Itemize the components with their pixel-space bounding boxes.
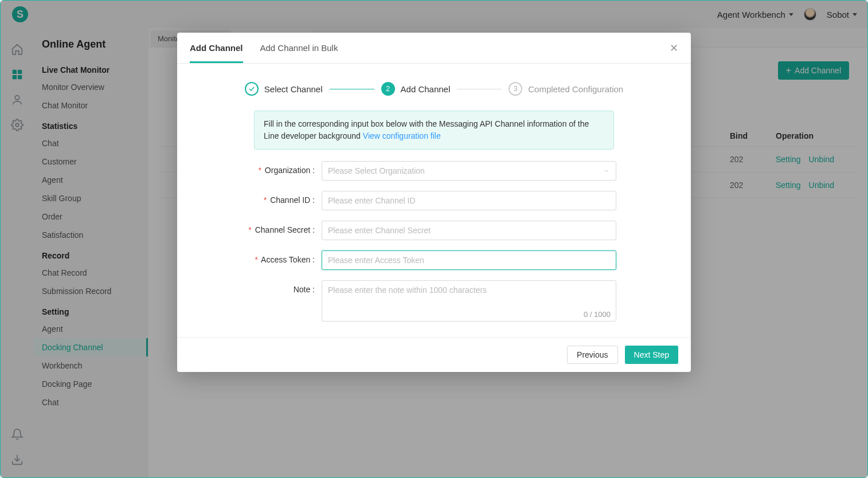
info-callout: Fill in the corresponding input box belo… (254, 111, 614, 150)
note-textarea[interactable] (322, 280, 616, 322)
close-icon[interactable]: ✕ (670, 42, 678, 54)
label-note: Note (294, 285, 311, 294)
step-select-channel: Select Channel (245, 82, 323, 96)
channel-form: * Organization : Please Select Organizat… (177, 161, 691, 337)
label-access-token: Access Token (261, 255, 310, 264)
modal-tab-add-channel[interactable]: Add Channel (190, 33, 243, 63)
channel-secret-input[interactable] (322, 221, 616, 240)
step-label: Add Channel (401, 84, 451, 94)
access-token-input[interactable] (322, 250, 616, 270)
channel-id-input[interactable] (322, 191, 616, 210)
label-channel-id: Channel ID (270, 195, 310, 205)
view-configuration-link[interactable]: View configuration file (363, 131, 441, 140)
step-completed-configuration: 3 Completed Configuration (509, 82, 623, 96)
step-connector (330, 89, 374, 89)
modal-tabs: Add Channel Add Channel in Bulk (190, 33, 338, 63)
next-step-button[interactable]: Next Step (625, 346, 678, 364)
field-organization: * Organization : Please Select Organizat… (229, 161, 616, 181)
required-icon: * (255, 255, 258, 264)
organization-placeholder: Please Select Organization (328, 166, 425, 175)
field-note: Note : 0 / 1000 (229, 280, 616, 323)
organization-select[interactable]: Please Select Organization (322, 161, 616, 181)
check-icon (245, 82, 259, 96)
step-connector (457, 89, 502, 89)
step-number-icon: 2 (381, 82, 395, 96)
modal-tab-add-bulk[interactable]: Add Channel in Bulk (260, 33, 338, 63)
required-icon: * (248, 225, 251, 234)
step-label: Select Channel (264, 84, 323, 94)
required-icon: * (264, 195, 267, 205)
label-organization: Organization (265, 166, 310, 175)
step-label: Completed Configuration (528, 84, 623, 94)
field-channel-secret: * Channel Secret : (229, 221, 616, 240)
modal-header: Add Channel Add Channel in Bulk ✕ (177, 33, 691, 64)
chevron-down-icon (603, 167, 610, 174)
stepper: Select Channel 2 Add Channel 3 Completed… (177, 64, 691, 108)
previous-button[interactable]: Previous (567, 346, 617, 364)
required-icon: * (258, 166, 261, 175)
label-channel-secret: Channel Secret (255, 225, 311, 234)
note-counter: 0 / 1000 (584, 310, 611, 319)
step-number-icon: 3 (509, 82, 522, 96)
modal-footer: Previous Next Step (177, 337, 691, 372)
add-channel-modal: Add Channel Add Channel in Bulk ✕ Select… (177, 33, 691, 372)
field-access-token: * Access Token : (229, 250, 616, 270)
field-channel-id: * Channel ID : (229, 191, 616, 210)
step-add-channel: 2 Add Channel (381, 82, 451, 96)
